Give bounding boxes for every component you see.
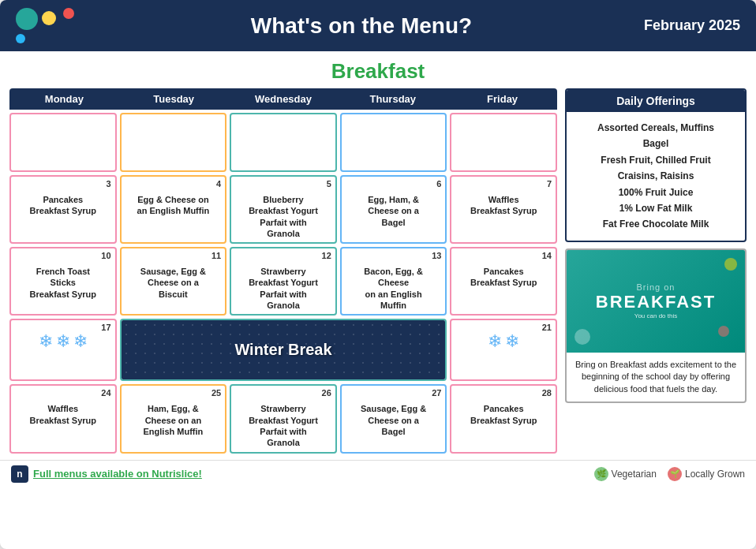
cell-11: 11 Sausage, Egg &Cheese on aBiscuit	[120, 247, 227, 316]
meal-13: Bacon, Egg, &Cheeseon an EnglishMuffin	[346, 266, 442, 311]
meal-14: PancakesBreakfast Syrup	[455, 266, 552, 289]
cell-7: 7 WafflesBreakfast Syrup	[450, 175, 557, 244]
day-num-17: 17	[101, 323, 110, 332]
page: What's on the Menu? February 2025 Breakf…	[0, 0, 756, 549]
snowflake-icon: ❄	[39, 331, 53, 352]
cell-empty-thu	[340, 113, 447, 172]
cell-28: 28 PancakesBreakfast Syrup	[450, 384, 557, 453]
meal-3: PancakesBreakfast Syrup	[15, 194, 111, 217]
snowflake-icon: ❄	[73, 331, 88, 352]
meal-10: French ToastSticksBreakfast Syrup	[15, 266, 111, 300]
snowflakes-21: ❄ ❄	[455, 331, 552, 352]
snowflakes-17: ❄ ❄ ❄	[15, 331, 111, 352]
deco-circle-3	[718, 326, 729, 337]
deco-circle-2	[724, 258, 737, 271]
day-num-5: 5	[327, 179, 331, 189]
footer-legend: 🌿 Vegetarian 🌱 Locally Grown	[594, 467, 745, 481]
snowflake-icon: ❄	[56, 331, 70, 352]
cell-4: 4 Egg & Cheese onan English Muffin	[120, 175, 227, 244]
daily-item-5: 100% Fruit Juice	[573, 185, 739, 200]
legend-veg-label: Vegetarian	[612, 469, 657, 480]
locally-grown-icon: 🌱	[668, 467, 682, 481]
cell-25: 25 Ham, Egg, &Cheese on anEnglish Muffin	[120, 384, 227, 453]
day-num-13: 13	[432, 251, 441, 260]
meal-27: Sausage, Egg &Cheese on aBagel	[346, 403, 442, 437]
breakfast-promo-box: Bring on BREAKFAST You can do this Bring…	[565, 248, 747, 403]
main-content: Monday Tuesday Wednesday Thursday Friday	[0, 88, 756, 460]
day-num-27: 27	[432, 388, 441, 398]
day-num-4: 4	[216, 179, 221, 189]
cal-row-1	[9, 113, 557, 172]
breakfast-graphic: Bring on BREAKFAST You can do this	[567, 250, 745, 353]
cell-5: 5 BlueberryBreakfast YogurtParfait withG…	[230, 175, 337, 244]
day-num-25: 25	[211, 388, 221, 398]
day-num-21: 21	[542, 323, 552, 332]
meal-4: Egg & Cheese onan English Muffin	[125, 194, 222, 217]
winter-break-label: Winter Break	[234, 341, 331, 359]
nutrislice-link[interactable]: Full menus available on Nutrislice!	[33, 468, 202, 480]
graphic-sub: You can do this	[634, 312, 677, 319]
dot-yellow	[42, 11, 56, 25]
meal-26: StrawberryBreakfast YogurtParfait withGr…	[235, 403, 331, 448]
header-decoration	[16, 8, 79, 43]
calendar-body: 3 PancakesBreakfast Syrup 4 Egg & Cheese…	[9, 113, 557, 454]
col-wednesday: Wednesday	[229, 88, 339, 110]
daily-item-6: 1% Low Fat Milk	[573, 200, 739, 216]
meal-5: BlueberryBreakfast YogurtParfait withGra…	[235, 194, 331, 239]
cal-row-4: 17 ❄ ❄ ❄ Winter Break 21	[9, 319, 557, 381]
daily-item-3: Fresh Fruit, Chilled Fruit	[573, 152, 739, 168]
calendar: Monday Tuesday Wednesday Thursday Friday	[9, 88, 557, 454]
section-title: Breakfast	[0, 51, 756, 88]
day-num-24: 24	[101, 388, 110, 398]
cal-row-5: 24 WafflesBreakfast Syrup 25 Ham, Egg, &…	[9, 384, 557, 453]
daily-item-1: Assorted Cereals, Muffins	[573, 120, 739, 136]
cal-row-3: 10 French ToastSticksBreakfast Syrup 11 …	[9, 247, 557, 316]
col-thursday: Thursday	[338, 88, 447, 110]
day-num-10: 10	[101, 251, 110, 260]
sidebar: Daily Offerings Assorted Cereals, Muffin…	[565, 88, 747, 454]
meal-28: PancakesBreakfast Syrup	[455, 403, 552, 426]
cell-17: 17 ❄ ❄ ❄	[9, 319, 117, 381]
cell-3: 3 PancakesBreakfast Syrup	[9, 175, 117, 244]
dot-red	[63, 8, 74, 19]
cell-13: 13 Bacon, Egg, &Cheeseon an EnglishMuffi…	[340, 247, 447, 316]
meal-25: Ham, Egg, &Cheese on anEnglish Muffin	[125, 403, 222, 437]
day-num-3: 3	[106, 179, 110, 189]
legend-locally-grown: 🌱 Locally Grown	[668, 467, 745, 481]
nutrislice-logo: n	[11, 465, 28, 483]
cell-14: 14 PancakesBreakfast Syrup	[450, 247, 557, 316]
cell-24: 24 WafflesBreakfast Syrup	[9, 384, 117, 453]
bring-on-label: Bring on	[637, 282, 676, 292]
legend-vegetarian: 🌿 Vegetarian	[594, 467, 657, 481]
header-date: February 2025	[644, 17, 740, 34]
col-friday: Friday	[447, 88, 557, 110]
breakfast-label: BREAKFAST	[596, 292, 716, 312]
cell-6: 6 Egg, Ham, &Cheese on aBagel	[340, 175, 447, 244]
header: What's on the Menu? February 2025	[0, 0, 756, 51]
snowflake-icon: ❄	[505, 331, 519, 352]
cell-12: 12 StrawberryBreakfast YogurtParfait wit…	[230, 247, 337, 316]
col-monday: Monday	[9, 88, 119, 110]
dot-blue	[16, 34, 25, 43]
meal-7: WafflesBreakfast Syrup	[455, 194, 552, 217]
cell-21: 21 ❄ ❄	[450, 319, 557, 381]
winter-break-banner: Winter Break	[122, 320, 446, 379]
day-num-11: 11	[211, 251, 221, 260]
col-tuesday: Tuesday	[119, 88, 229, 110]
daily-item-4: Craisins, Raisins	[573, 168, 739, 184]
deco-circle-1	[574, 329, 590, 345]
meal-24: WafflesBreakfast Syrup	[15, 403, 111, 426]
breakfast-description: Bring on Breakfast adds excitement to th…	[567, 353, 745, 401]
cell-empty-tue	[120, 113, 227, 172]
cal-row-2: 3 PancakesBreakfast Syrup 4 Egg & Cheese…	[9, 175, 557, 244]
winter-break-cell: Winter Break	[120, 319, 447, 381]
daily-offerings-header: Daily Offerings	[567, 90, 745, 112]
footer-left: n Full menus available on Nutrislice!	[11, 465, 202, 483]
cell-empty-fri	[450, 113, 557, 172]
cell-empty-wed	[230, 113, 337, 172]
meal-12: StrawberryBreakfast YogurtParfait withGr…	[235, 266, 331, 311]
meal-6: Egg, Ham, &Cheese on aBagel	[346, 194, 442, 228]
day-num-14: 14	[542, 251, 552, 260]
daily-item-7: Fat Free Chocolate Milk	[573, 216, 739, 232]
snowflake-icon: ❄	[488, 331, 502, 352]
